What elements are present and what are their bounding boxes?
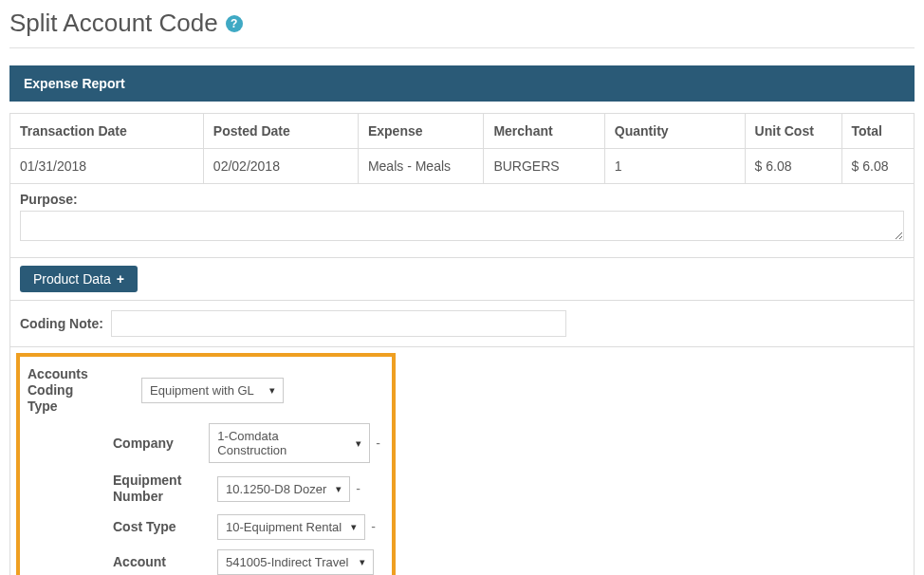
coding-note-label: Coding Note:	[20, 316, 103, 331]
panel-heading: Expense Report	[9, 65, 915, 102]
table-row: 01/31/2018 02/02/2018 Meals - Meals BURG…	[10, 149, 915, 184]
cell-transaction-date: 01/31/2018	[10, 149, 204, 184]
col-unit-cost: Unit Cost	[745, 114, 841, 149]
expense-table: Transaction Date Posted Date Expense Mer…	[9, 113, 915, 184]
dash-sep: -	[376, 436, 380, 451]
help-icon[interactable]: ?	[226, 15, 243, 32]
equipment-number-select[interactable]: 10.1250-D8 Dozer	[217, 476, 350, 502]
coding-note-input[interactable]	[111, 310, 566, 337]
coding-highlight-box: Accounts Coding Type Equipment with GL C…	[16, 353, 396, 575]
cell-merchant: BURGERS	[484, 149, 604, 184]
cell-unit-cost: $ 6.08	[745, 149, 841, 184]
col-total: Total	[841, 114, 914, 149]
plus-icon: +	[117, 271, 124, 287]
cell-total: $ 6.08	[841, 149, 914, 184]
col-transaction-date: Transaction Date	[10, 114, 204, 149]
purpose-input[interactable]	[20, 211, 904, 241]
product-data-label: Product Data	[33, 271, 111, 287]
cell-quantity: 1	[604, 149, 745, 184]
coding-section: Accounts Coding Type Equipment with GL C…	[9, 347, 915, 575]
col-quantity: Quantity	[604, 114, 745, 149]
account-label: Account	[113, 554, 217, 570]
product-data-button[interactable]: Product Data +	[20, 266, 138, 292]
company-label: Company	[113, 436, 209, 452]
purpose-section: Purpose:	[9, 184, 915, 258]
purpose-label: Purpose:	[20, 192, 904, 207]
col-expense: Expense	[358, 114, 484, 149]
cell-posted-date: 02/02/2018	[203, 149, 358, 184]
accounts-coding-type-label: Accounts Coding Type	[28, 366, 103, 414]
dash-sep: -	[356, 481, 360, 496]
col-merchant: Merchant	[484, 114, 604, 149]
coding-note-section: Coding Note:	[9, 301, 915, 347]
equipment-number-label: Equipment Number	[113, 473, 217, 505]
cost-type-label: Cost Type	[113, 519, 217, 535]
col-posted-date: Posted Date	[203, 114, 358, 149]
dash-sep: -	[371, 519, 376, 534]
product-data-section: Product Data +	[9, 258, 915, 301]
page-title: Split Account Code	[9, 9, 218, 38]
accounts-coding-type-select[interactable]: Equipment with GL	[141, 378, 284, 403]
cell-expense: Meals - Meals	[358, 149, 484, 184]
company-select[interactable]: 1-Comdata Construction	[209, 423, 370, 463]
table-header-row: Transaction Date Posted Date Expense Mer…	[10, 114, 915, 149]
cost-type-select[interactable]: 10-Equipment Rental	[217, 514, 365, 540]
account-select[interactable]: 541005-Indirect Travel	[217, 549, 374, 575]
